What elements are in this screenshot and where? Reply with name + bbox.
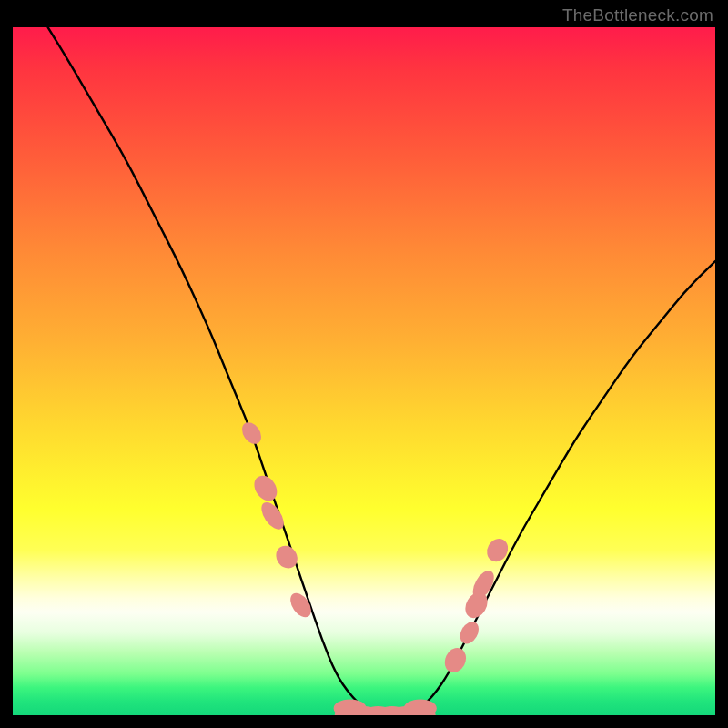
curve-layer (48, 27, 715, 715)
marker-point (238, 419, 266, 448)
marker-point (441, 644, 470, 676)
chart-frame: TheBottleneck.com (0, 0, 728, 728)
bottleneck-curve (48, 27, 715, 715)
marker-point (483, 535, 512, 566)
markers-layer (238, 419, 512, 715)
chart-svg (13, 27, 715, 715)
plot-area (13, 27, 715, 715)
marker-point (404, 699, 437, 715)
marker-point (457, 619, 483, 648)
marker-point (249, 471, 281, 505)
watermark-text: TheBottleneck.com (562, 5, 713, 25)
